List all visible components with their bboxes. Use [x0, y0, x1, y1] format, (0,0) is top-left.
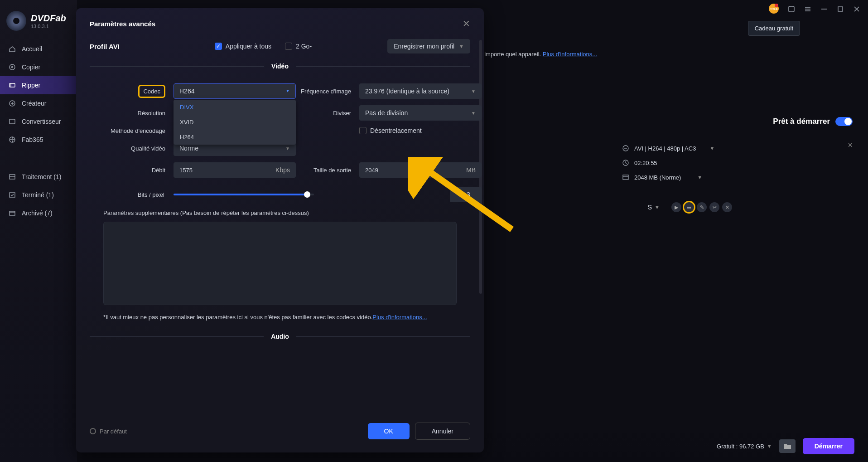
- sidebar-item-label: Ripper: [22, 82, 40, 89]
- remove-icon[interactable]: ✕: [722, 202, 732, 212]
- outsize-label: Taille de sortie: [300, 167, 355, 174]
- processing-icon: [8, 173, 16, 181]
- slider-thumb[interactable]: [304, 191, 310, 198]
- start-button[interactable]: Démarrer: [803, 438, 854, 454]
- sidebar-job-traitement[interactable]: Traitement (1): [0, 168, 77, 186]
- app-name: DVDFab: [31, 13, 66, 24]
- home-icon: [8, 45, 16, 53]
- apply-all-checkbox[interactable]: Appliquer à tous: [215, 43, 271, 50]
- output-folder-button[interactable]: [779, 439, 796, 453]
- svg-rect-3: [789, 6, 794, 12]
- task-action-row: S ▼ ▶ ✎ ✂ ✕: [648, 202, 732, 212]
- checkbox-icon: [285, 43, 292, 50]
- sidebar-item-convertisseur[interactable]: Convertisseur: [0, 112, 77, 131]
- split-select[interactable]: Pas de division▼: [359, 105, 482, 121]
- save-profile-button[interactable]: Enregistrer mon profil ▼: [387, 39, 470, 53]
- extension-icon[interactable]: [787, 5, 796, 13]
- profile-label: Profil AVI: [90, 43, 120, 50]
- task-ready-header: Prêt à démarrer: [622, 117, 853, 126]
- subtitle-dropdown[interactable]: S ▼: [648, 204, 660, 211]
- task-close-icon[interactable]: ×: [848, 141, 853, 150]
- chevron-down-icon: ▼: [655, 204, 660, 210]
- more-info-link[interactable]: Plus d'informations...: [543, 51, 597, 58]
- codec-warning-link[interactable]: Plus d'informations...: [372, 314, 427, 321]
- bpp-label: Bits / pixel: [99, 191, 164, 198]
- sidebar-job-termine[interactable]: Terminé (1): [0, 186, 77, 204]
- bitrate-label: Débit: [99, 167, 169, 174]
- sidebar-item-createur[interactable]: Créateur: [0, 94, 77, 112]
- bpp-value: 0.3: [450, 187, 482, 202]
- maximize-icon[interactable]: [836, 5, 844, 13]
- outsize-input[interactable]: MB: [359, 162, 482, 178]
- ok-button[interactable]: OK: [368, 423, 410, 439]
- disk-info[interactable]: Gratuit : 96.72 GB ▼: [717, 443, 772, 450]
- cut-icon[interactable]: ✂: [709, 202, 719, 212]
- svg-point-12: [12, 67, 13, 68]
- svg-point-1: [775, 4, 778, 7]
- chevron-up-icon: ▲: [285, 89, 290, 94]
- framerate-select[interactable]: 23.976 (Identique à la source)▼: [359, 83, 482, 99]
- svg-rect-18: [10, 175, 15, 179]
- archive-icon: [8, 209, 16, 217]
- svg-rect-13: [10, 83, 15, 87]
- sidebar-item-copier[interactable]: Copier: [0, 58, 77, 76]
- codec-option-xvid[interactable]: XVID: [174, 115, 296, 130]
- copy-icon: [8, 63, 16, 71]
- framerate-label: Fréquence d'image: [300, 88, 355, 95]
- svg-rect-16: [10, 119, 15, 124]
- ready-label: Prêt à démarrer: [773, 117, 830, 126]
- svg-text:FREE: FREE: [770, 7, 778, 10]
- sidebar-item-fab365[interactable]: Fab365: [0, 131, 77, 149]
- sidebar-job-label: Traitement (1): [22, 173, 61, 180]
- chevron-down-icon[interactable]: ▼: [709, 146, 714, 151]
- sidebar-job-archive[interactable]: Archivé (7): [0, 204, 77, 222]
- encoding-label: Méthode d'encodage: [99, 127, 169, 134]
- close-icon[interactable]: ✕: [463, 18, 470, 29]
- close-window-icon[interactable]: [853, 5, 861, 13]
- sidebar-item-label: Convertisseur: [22, 118, 61, 125]
- sidebar-item-label: Fab365: [22, 136, 43, 143]
- reset-default-button[interactable]: Par défaut: [90, 428, 127, 435]
- codec-select[interactable]: H264 ▲: [174, 83, 296, 99]
- svg-rect-8: [838, 7, 843, 11]
- codec-option-divx[interactable]: DIVX: [174, 100, 296, 115]
- two-go-checkbox[interactable]: 2 Go-: [285, 43, 312, 50]
- video-section-divider: Vidéo: [90, 63, 470, 70]
- ready-toggle[interactable]: [835, 117, 853, 126]
- resolution-label: Résolution: [99, 110, 169, 117]
- reset-icon: [90, 428, 96, 434]
- settings-icon[interactable]: [684, 202, 694, 212]
- bpp-slider[interactable]: [174, 194, 314, 195]
- quality-label: Qualité vidéo: [99, 145, 169, 152]
- svg-point-11: [10, 64, 15, 70]
- convert-icon: [8, 117, 16, 126]
- codec-label: Codec: [138, 85, 165, 98]
- free-badge-icon[interactable]: FREE: [768, 3, 779, 15]
- duration-value: 02:20:55: [634, 160, 657, 166]
- minimize-icon[interactable]: [820, 5, 828, 13]
- svg-rect-20: [10, 193, 15, 197]
- bitrate-input[interactable]: Kbps: [174, 162, 296, 178]
- modal-title: Paramètres avancés: [90, 20, 155, 28]
- format-line[interactable]: AVI | H264 | 480p | AC3: [634, 145, 696, 152]
- sidebar-item-ripper[interactable]: Ripper: [0, 76, 77, 94]
- chevron-down-icon: ▼: [767, 443, 772, 449]
- codec-warning: *Il vaut mieux ne pas personnaliser les …: [103, 314, 372, 321]
- extra-params-label: Paramètres supplémentaires (Pas besoin d…: [103, 209, 457, 218]
- play-icon[interactable]: ▶: [671, 202, 681, 212]
- chevron-down-icon[interactable]: ▼: [697, 175, 702, 180]
- sidebar-item-accueil[interactable]: Accueil: [0, 40, 77, 58]
- sidebar-job-label: Archivé (7): [22, 209, 53, 217]
- cancel-button[interactable]: Annuler: [415, 423, 470, 440]
- edit-icon[interactable]: ✎: [697, 202, 707, 212]
- app-logo: DVDFab 13.0.3.1: [0, 8, 77, 40]
- size-line[interactable]: 2048 MB (Norme): [634, 174, 681, 181]
- menu-icon[interactable]: [804, 5, 812, 13]
- app-version: 13.0.3.1: [31, 24, 66, 29]
- sidebar-item-label: Accueil: [22, 45, 42, 53]
- sidebar: DVDFab 13.0.3.1 Accueil Copier Ripper Cr…: [0, 0, 77, 462]
- codec-option-h264[interactable]: H264: [174, 130, 296, 145]
- deinterlace-checkbox[interactable]: Désentrelacement: [359, 127, 482, 134]
- extra-params-textarea[interactable]: [103, 222, 457, 305]
- task-panel: Prêt à démarrer × AVI | H264 | 480p | AC…: [622, 117, 853, 181]
